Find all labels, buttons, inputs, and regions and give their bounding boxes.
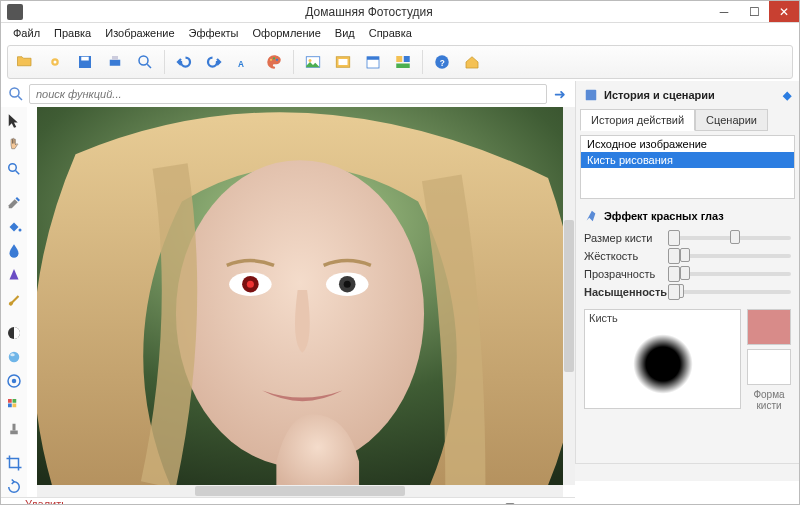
tool-drop[interactable] (4, 241, 24, 261)
undo-button[interactable] (171, 49, 197, 75)
search-go-icon[interactable]: ➜ (551, 85, 569, 103)
svg-text:?: ? (440, 59, 445, 68)
tool-target[interactable] (4, 371, 24, 391)
svg-point-9 (270, 59, 272, 61)
image-button[interactable] (300, 49, 326, 75)
eyedropper-icon (5, 194, 23, 212)
svg-rect-37 (10, 431, 18, 435)
history-tabs: История действий Сценарии (580, 109, 795, 131)
tool-stamp[interactable] (4, 419, 24, 439)
prop-slider[interactable] (668, 236, 791, 240)
tool-brush[interactable] (4, 289, 24, 309)
svg-point-1 (54, 61, 57, 64)
history-item[interactable]: Исходное изображение (581, 136, 794, 152)
brush-icon (584, 209, 598, 223)
prop-slider[interactable] (668, 254, 791, 258)
rotate-icon (5, 478, 23, 496)
history-panel-header: История и сценарии ◆ (580, 85, 795, 105)
collage-icon (394, 53, 412, 71)
tool-contrast[interactable] (4, 323, 24, 343)
contrast-icon (5, 324, 23, 342)
menu-правка[interactable]: Правка (48, 25, 97, 41)
svg-rect-36 (13, 404, 17, 408)
zoom-fit-button[interactable] (132, 49, 158, 75)
prop-slider[interactable] (668, 272, 791, 276)
minimize-button[interactable]: ─ (709, 1, 739, 22)
svg-line-24 (18, 96, 22, 100)
tool-rotate[interactable] (4, 477, 24, 497)
image-canvas[interactable] (37, 107, 563, 485)
palette-icon (265, 53, 283, 71)
secondary-swatch[interactable] (747, 349, 791, 385)
grid-icon (5, 396, 23, 414)
bucket-icon (5, 218, 23, 236)
right-panel: История и сценарии ◆ История действий Сц… (575, 81, 799, 463)
zoom-icon (5, 160, 23, 178)
menu-эффекты[interactable]: Эффекты (183, 25, 245, 41)
prop-row: Жёсткость (580, 247, 795, 265)
help-button[interactable]: ? (429, 49, 455, 75)
svg-rect-35 (8, 404, 12, 408)
tab-scenarios[interactable]: Сценарии (695, 109, 768, 131)
tool-sphere[interactable] (4, 347, 24, 367)
svg-rect-38 (13, 424, 16, 431)
history-item[interactable]: Кисть рисования (581, 152, 794, 168)
save-button[interactable] (72, 49, 98, 75)
svg-rect-5 (112, 56, 118, 60)
home-button[interactable] (459, 49, 485, 75)
svg-rect-19 (404, 56, 410, 62)
tab-history[interactable]: История действий (580, 109, 695, 131)
panel-collapse-icon[interactable]: ◆ (783, 89, 791, 102)
horizontal-scrollbar[interactable] (37, 485, 563, 497)
svg-point-23 (10, 88, 19, 97)
vertical-scrollbar[interactable] (563, 107, 575, 485)
prop-label: Насыщенность (584, 286, 662, 298)
search-row: ➜ (1, 81, 575, 107)
menu-вид[interactable]: Вид (329, 25, 361, 41)
prop-row: Прозрачность (580, 265, 795, 283)
svg-point-46 (247, 281, 254, 288)
svg-point-27 (19, 229, 22, 232)
menu-файл[interactable]: Файл (7, 25, 46, 41)
collage-button[interactable] (390, 49, 416, 75)
menu-изображение[interactable]: Изображение (99, 25, 180, 41)
menu-справка[interactable]: Справка (363, 25, 418, 41)
tool-zoom[interactable] (4, 159, 24, 179)
history-list[interactable]: Исходное изображениеКисть рисования (580, 135, 795, 199)
palette-button[interactable] (261, 49, 287, 75)
main-toolbar: A? (7, 45, 793, 79)
tool-crop[interactable] (4, 453, 24, 473)
tool-bucket[interactable] (4, 217, 24, 237)
zoom-fit-icon (136, 53, 154, 71)
tool-cursor[interactable] (4, 111, 24, 131)
tool-grid[interactable] (4, 395, 24, 415)
toolbar-separator (422, 50, 423, 74)
frame-button[interactable] (330, 49, 356, 75)
close-button[interactable]: ✕ (769, 1, 799, 22)
tool-eyedropper[interactable] (4, 193, 24, 213)
text-button[interactable]: A (231, 49, 257, 75)
maximize-button[interactable]: ☐ (739, 1, 769, 22)
calendar-button[interactable] (360, 49, 386, 75)
crop-icon (5, 454, 23, 472)
prop-label: Жёсткость (584, 250, 662, 262)
target-icon (5, 372, 23, 390)
delete-photo-button[interactable]: ✖ Удалить фото (9, 498, 93, 505)
prop-slider[interactable] (668, 290, 791, 294)
delete-photo-label: Удалить фото (25, 498, 93, 505)
menu-оформление[interactable]: Оформление (247, 25, 327, 41)
print-button[interactable] (102, 49, 128, 75)
svg-line-7 (147, 64, 151, 68)
redo-button[interactable] (201, 49, 227, 75)
brush-form-label[interactable]: Форма кисти (747, 389, 791, 411)
gear-button[interactable] (42, 49, 68, 75)
svg-text:A: A (238, 60, 244, 69)
folder-open-button[interactable] (12, 49, 38, 75)
folder-open-icon (16, 53, 34, 71)
tool-cone[interactable] (4, 265, 24, 285)
print-icon (106, 53, 124, 71)
search-input[interactable] (29, 84, 547, 104)
svg-point-10 (273, 57, 275, 59)
tool-hand[interactable] (4, 135, 24, 155)
color-swatch[interactable] (747, 309, 791, 345)
